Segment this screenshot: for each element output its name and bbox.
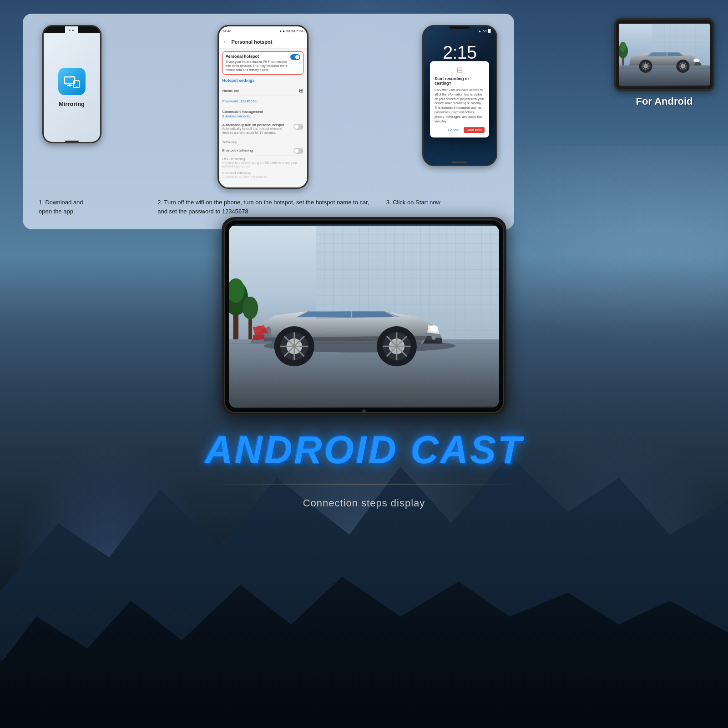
phone-3-screen: ▲ 5G ▉ 2:15 ⊟ Start recording or casting…	[424, 26, 496, 165]
phone-chin	[65, 141, 79, 142]
phone-2-topbar: ← Personal hotspot	[219, 35, 307, 49]
start-now-button[interactable]: Start now	[464, 127, 485, 133]
cast-dialog-buttons: Cancel Start now	[435, 127, 485, 133]
phone-3-status-right: ▲ 5G ▉	[478, 29, 491, 33]
bt-toggle	[293, 148, 303, 154]
cast-dialog-text: CarLetter Cast will have access to all o…	[435, 88, 485, 123]
svg-point-104	[390, 340, 403, 353]
svg-rect-83	[325, 329, 342, 331]
ethernet-row: Ethernet tethering Connect to an Etherne…	[222, 170, 303, 179]
usb-tethering: USB tethering Connect to a device using …	[222, 156, 303, 170]
steps-row: 1. Download and open the app 2. Turn off…	[36, 196, 500, 216]
car-unit-section: ANDROID CAST Connection steps display	[205, 218, 523, 509]
unit-bottom-controls	[362, 410, 366, 413]
svg-rect-0	[65, 77, 75, 84]
android-cast-title: ANDROID CAST	[205, 428, 523, 472]
svg-rect-19	[619, 66, 710, 86]
tablet-screen	[619, 23, 710, 86]
phone-2-frame: 14:40 ● ● 3d 3d 71% ← Personal hotspot	[217, 25, 308, 189]
auto-turnoff-row: Automatically turn off personal hotspot …	[222, 121, 303, 136]
phone-1-screen: Mirroring	[44, 33, 100, 142]
hotspot-desc: Share your mobile data or Wi-Fi connecti…	[226, 60, 288, 72]
car-unit-screen	[229, 224, 499, 408]
cancel-button[interactable]: Cancel	[446, 127, 461, 133]
unit-button[interactable]	[362, 410, 366, 413]
ethernet-label: Ethernet tethering	[222, 171, 303, 175]
hotspot-password: Password: 12345678	[222, 99, 257, 103]
divider-line	[205, 484, 523, 485]
phones-row: ● ▲ Mirroring	[36, 25, 500, 189]
mirroring-label: Mirroring	[59, 101, 85, 107]
hotspot-section-title: Hotspot settings	[222, 77, 303, 84]
mirroring-svg	[64, 73, 80, 90]
qr-icon: ⊞	[299, 87, 303, 94]
tablet-car-svg	[619, 23, 710, 86]
step-3: 3. Click on Start now	[382, 198, 500, 216]
hotspot-name-label: Name: car	[222, 89, 239, 93]
car-unit-frame	[223, 218, 505, 414]
hotspot-password-row: Password: 12345678	[222, 98, 303, 105]
usb-desc: Connect to a device using a USB cable to…	[222, 161, 303, 169]
svg-point-22	[694, 59, 698, 61]
tablet-frame	[614, 18, 714, 91]
phone-3-container: ▲ 5G ▉ 2:15 ⊟ Start recording or casting…	[419, 25, 500, 166]
toggle-on	[290, 54, 300, 60]
phone-3-time: 2:15	[424, 42, 496, 63]
instruction-panel: ● ▲ Mirroring	[23, 14, 514, 229]
phone-1-container: ● ▲ Mirroring	[36, 25, 107, 143]
hotspot-content: Personal hotspot Share your mobile data …	[219, 49, 307, 187]
phone-2-signal: ● ● 3d 3d 71%	[279, 29, 303, 33]
topbar-title: Personal hotspot	[232, 39, 273, 45]
hotspot-name-row: Name: car ⊞	[222, 86, 303, 96]
step-2: 2. Turn off the wifi on the phone, turn …	[153, 198, 382, 216]
phone-3-frame: ▲ 5G ▉ 2:15 ⊟ Start recording or casting…	[422, 25, 497, 166]
tethering-title: Tethering	[222, 140, 303, 146]
connection-mgmt: Connection management	[222, 109, 263, 115]
cast-dialog-title: Start recording or casting?	[435, 76, 485, 86]
back-arrow: ←	[222, 38, 229, 46]
phone-1-frame: ● ▲ Mirroring	[42, 25, 101, 143]
svg-point-40	[620, 42, 627, 52]
phone-2-container: 14:40 ● ● 3d 3d 71% ← Personal hotspot	[213, 25, 313, 189]
android-tablet-section: For Android	[614, 18, 714, 107]
svg-rect-23	[695, 62, 700, 63]
for-android-label: For Android	[636, 96, 693, 107]
cast-dialog-icon: ⊟	[435, 66, 485, 74]
auto-off-title: Automatically turn off personal hotspot	[222, 123, 291, 127]
auto-off-desc: Automatically turn off this hotspot when…	[222, 127, 293, 135]
tethering-section: Tethering Bluetooth tethering USB tether…	[222, 138, 303, 179]
bt-label: Bluetooth tethering	[222, 148, 253, 152]
phone-notch	[450, 26, 470, 29]
svg-point-86	[432, 335, 436, 340]
phone-2-time: 14:40	[222, 29, 232, 33]
devices-connected: 0 devices connected	[222, 115, 252, 118]
step-1: 1. Download and open the app	[36, 198, 153, 216]
phone-chin-3	[452, 162, 468, 163]
svg-point-81	[243, 297, 258, 319]
cast-dialog: ⊟ Start recording or casting? CarLetter …	[430, 61, 489, 137]
phone-2-screen: 14:40 ● ● 3d 3d 71% ← Personal hotspot	[219, 26, 307, 187]
usb-label: USB tethering	[222, 157, 303, 161]
phone-2-statusbar: 14:40 ● ● 3d 3d 71%	[219, 26, 307, 35]
android-cast-text: ANDROID CAST	[205, 428, 523, 472]
mirroring-icon	[58, 68, 86, 95]
ethernet-sub: Connect to an Ethernet cable to...	[222, 175, 303, 178]
connection-mgmt-row: Connection management 0 devices connecte…	[222, 107, 303, 119]
bluetooth-tethering: Bluetooth tethering	[222, 146, 303, 156]
hotspot-highlighted: Personal hotspot Share your mobile data …	[222, 51, 303, 75]
connection-steps-label: Connection steps display	[303, 497, 425, 509]
toggle-off	[293, 124, 303, 130]
hotspot-title: Personal hotspot	[226, 54, 288, 59]
main-car-svg	[229, 224, 499, 408]
